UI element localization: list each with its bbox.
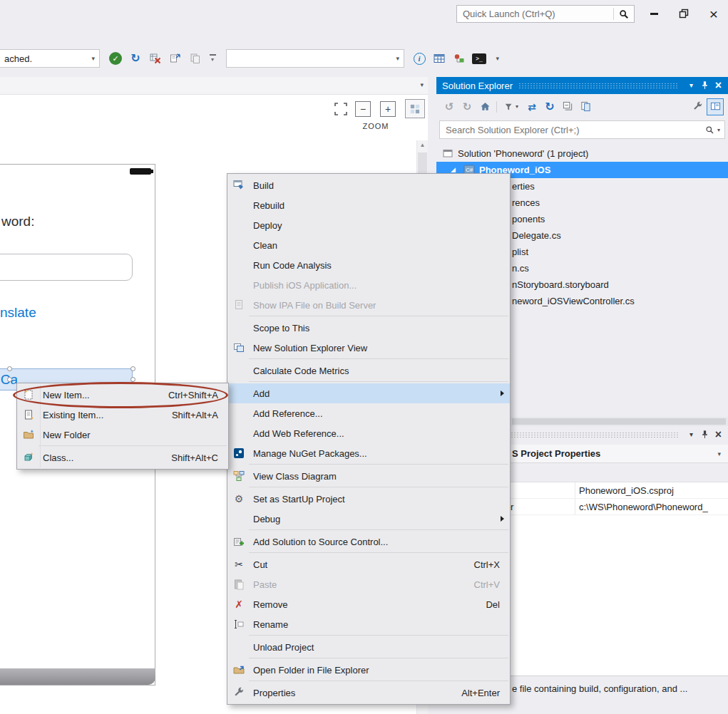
solution-explorer-header[interactable]: Solution Explorer ▾ × <box>436 77 728 94</box>
close-icon: × <box>715 429 722 440</box>
selection-handle[interactable] <box>7 377 12 382</box>
pin-button[interactable] <box>698 428 712 442</box>
toolbar-overflow-button[interactable]: ▾ <box>207 50 218 67</box>
menu-item-rebuild[interactable]: Rebuild <box>227 195 510 215</box>
menu-item-label: Manage NuGet Packages... <box>253 448 367 459</box>
menu-item-shortcut: Ctrl+V <box>453 579 500 590</box>
properties-button[interactable] <box>689 98 706 115</box>
menu-item-set-as-startup-project[interactable]: ⚙ Set as StartUp Project <box>227 489 510 509</box>
chevron-down-icon[interactable]: ▾ <box>420 81 424 88</box>
menu-item-build[interactable]: Build <box>227 175 510 195</box>
window-position-button[interactable]: ▾ <box>685 428 698 442</box>
menu-item-remove[interactable]: ✗ Remove Del <box>227 594 510 614</box>
menu-item-clean[interactable]: Clean <box>227 235 510 255</box>
diagram-button[interactable] <box>451 50 468 67</box>
green-check-button[interactable]: ✓ <box>107 50 124 67</box>
scroll-up-icon[interactable]: ▲ <box>417 142 428 148</box>
tree-item[interactable]: ponents <box>512 211 545 227</box>
menu-item-add-web-reference[interactable]: Add Web Reference... <box>227 423 510 443</box>
import-button[interactable] <box>167 50 184 67</box>
submenu-item-existing-item[interactable]: Existing Item... Shift+Alt+A <box>17 405 228 425</box>
tree-item[interactable]: rences <box>512 195 540 211</box>
close-icon: × <box>715 80 722 91</box>
zoom-fit-button[interactable] <box>332 100 349 118</box>
table-view-button[interactable] <box>431 50 448 67</box>
menu-separator <box>249 681 508 681</box>
refresh-button[interactable]: ↻ <box>541 98 558 115</box>
minimize-button[interactable] <box>642 4 665 23</box>
copy-button[interactable] <box>187 50 204 67</box>
device-target-combo[interactable]: ached. ▾ <box>0 49 100 68</box>
sync-with-active-document-button[interactable]: ⇄ <box>523 98 540 115</box>
menu-separator <box>249 529 508 530</box>
submenu-item-new-item[interactable]: New Item... Ctrl+Shift+A <box>17 385 228 405</box>
zoom-out-button[interactable]: − <box>355 101 371 117</box>
close-panel-button[interactable]: × <box>712 428 725 442</box>
menu-item-open-folder-in-file-explorer[interactable]: Open Folder in File Explorer <box>227 660 510 680</box>
menu-item-add[interactable]: Add <box>227 383 510 403</box>
preview-selected-items-button[interactable] <box>707 98 724 115</box>
menu-item-add-solution-to-source-control[interactable]: Add Solution to Source Control... <box>227 532 510 552</box>
tree-item[interactable]: Delegate.cs <box>512 227 561 244</box>
actual-size-button[interactable] <box>405 99 425 118</box>
home-button[interactable] <box>476 98 493 115</box>
submenu-item-class[interactable]: Class... Shift+Alt+C <box>17 447 228 467</box>
tree-item-solution[interactable]: Solution 'Phoneword' (1 project) <box>436 145 728 162</box>
submenu-item-new-folder[interactable]: New Folder <box>17 425 228 445</box>
tree-item[interactable]: erties <box>512 178 535 195</box>
menu-item-scope-to-this[interactable]: Scope to This <box>227 318 510 338</box>
phone-number-input[interactable] <box>0 254 133 281</box>
designer-toolbar-strip: ▾ <box>0 77 428 95</box>
menu-item-deploy[interactable]: Deploy <box>227 215 510 235</box>
selection-handle[interactable] <box>130 377 135 382</box>
tree-item-label: plist <box>512 247 528 257</box>
wrench-icon <box>692 101 703 112</box>
collapse-all-button[interactable] <box>559 98 576 115</box>
menu-item-unload-project[interactable]: Unload Project <box>227 637 510 657</box>
back-button[interactable]: ↺ <box>441 98 458 115</box>
info-button[interactable]: i <box>411 50 428 67</box>
refresh-button[interactable]: ↻ <box>127 50 144 67</box>
menu-item-rename[interactable]: Rename <box>227 614 510 634</box>
cancel-table-button[interactable] <box>147 50 164 67</box>
selection-handle[interactable] <box>7 366 12 371</box>
menu-item-run-code-analysis[interactable]: Run Code Analysis <box>227 255 510 275</box>
menu-item-calculate-code-metrics[interactable]: Calculate Code Metrics <box>227 361 510 381</box>
solution-explorer-search[interactable]: ▾ <box>439 120 725 139</box>
console-dropdown-button[interactable]: ▾ <box>489 50 499 67</box>
tree-item-label: Delegate.cs <box>512 230 561 241</box>
menu-item-shortcut: Alt+Enter <box>440 688 500 698</box>
show-all-files-button[interactable] <box>577 98 594 115</box>
menu-item-add-reference[interactable]: Add Reference... <box>227 403 510 423</box>
tree-item[interactable]: neword_iOSViewController.cs <box>512 293 635 309</box>
menu-item-debug[interactable]: Debug <box>227 509 510 529</box>
search-combo[interactable]: ▾ <box>226 49 404 68</box>
filter-button[interactable]: ▾ <box>500 98 523 115</box>
close-panel-button[interactable]: × <box>712 78 725 93</box>
menu-item-view-class-diagram[interactable]: View Class Diagram <box>227 466 510 486</box>
menu-item-cut[interactable]: ✂ Cut Ctrl+X <box>227 554 510 574</box>
pin-icon <box>700 81 709 90</box>
translate-button[interactable]: nslate <box>0 305 36 321</box>
tree-item[interactable]: nStoryboard.storyboard <box>512 276 609 293</box>
menu-item-new-solution-explorer-view[interactable]: New Solution Explorer View <box>227 338 510 358</box>
zoom-in-button[interactable]: + <box>380 101 396 117</box>
property-value: Phoneword_iOS.csproj <box>579 482 727 499</box>
tree-item[interactable]: n.cs <box>512 260 529 276</box>
close-button[interactable]: × <box>702 4 725 23</box>
menu-item-properties[interactable]: Properties Alt+Enter <box>227 683 510 703</box>
menu-item-label: New Folder <box>43 430 90 440</box>
menu-item-manage-nuget-packages[interactable]: Manage NuGet Packages... <box>227 443 510 463</box>
restore-button[interactable] <box>672 4 695 23</box>
window-position-button[interactable]: ▾ <box>685 78 698 93</box>
pin-button[interactable] <box>698 78 712 93</box>
selection-handle[interactable] <box>130 366 135 371</box>
scrollbar-thumb[interactable] <box>512 418 726 425</box>
console-button[interactable]: >_ <box>471 50 488 67</box>
quick-launch-input[interactable] <box>457 9 613 19</box>
tree-item[interactable]: plist <box>512 244 528 260</box>
forward-button[interactable]: ↻ <box>458 98 476 115</box>
solution-explorer-search-input[interactable] <box>440 125 702 135</box>
quick-launch-box[interactable] <box>456 5 635 23</box>
paste-icon <box>230 578 247 591</box>
